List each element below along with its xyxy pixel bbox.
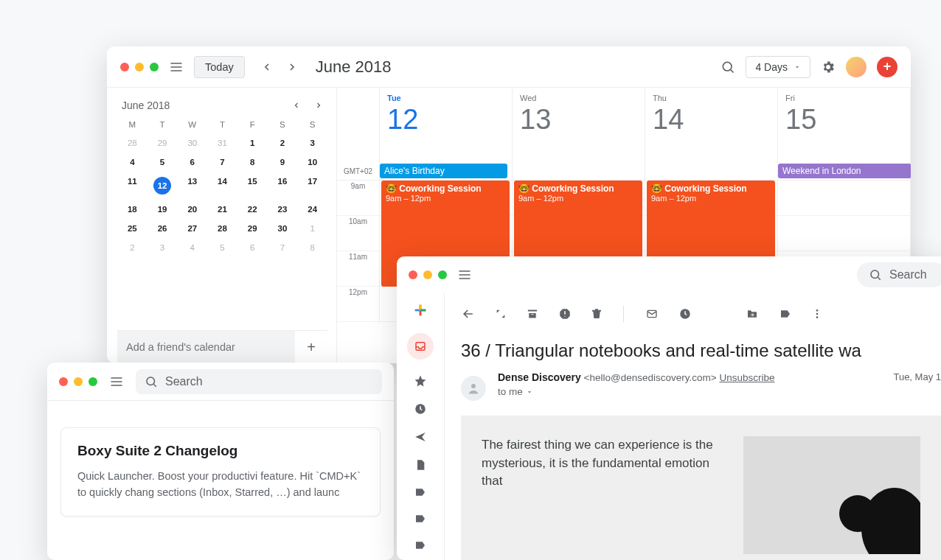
mini-next-icon[interactable]: [314, 101, 323, 110]
mini-day[interactable]: 31: [207, 133, 237, 153]
snooze-icon[interactable]: [678, 307, 692, 321]
more-icon[interactable]: [811, 308, 823, 320]
menu-icon[interactable]: [457, 267, 472, 282]
search-input[interactable]: Search: [136, 369, 382, 394]
chevron-down-icon[interactable]: [526, 388, 533, 396]
mini-day[interactable]: 15: [237, 172, 268, 200]
compose-button[interactable]: [412, 302, 428, 318]
note-card[interactable]: Boxy Suite 2 Changelog Quick Launcher. B…: [60, 427, 381, 517]
back-icon[interactable]: [461, 307, 476, 321]
mini-day[interactable]: 3: [147, 238, 178, 257]
spam-icon[interactable]: [558, 307, 572, 321]
settings-icon[interactable]: [821, 60, 836, 74]
mini-day[interactable]: 10: [297, 153, 327, 172]
mini-day[interactable]: 7: [268, 238, 298, 257]
mini-day[interactable]: 30: [268, 219, 298, 238]
mark-unread-icon[interactable]: [645, 308, 659, 320]
today-button[interactable]: Today: [194, 56, 245, 78]
mini-day[interactable]: 14: [207, 172, 237, 200]
delete-icon[interactable]: [591, 307, 603, 321]
label-icon[interactable]: [414, 513, 427, 525]
mini-day[interactable]: 6: [177, 153, 207, 172]
mini-day[interactable]: 7: [207, 153, 237, 172]
drafts-icon[interactable]: [414, 458, 426, 472]
mini-day[interactable]: 2: [268, 133, 298, 153]
minimize-dot[interactable]: [135, 63, 144, 71]
sender-avatar[interactable]: [461, 376, 486, 401]
labels-icon[interactable]: [779, 308, 792, 320]
day-header[interactable]: Fri15Weekend in London: [778, 88, 911, 180]
profile-avatar[interactable]: [846, 57, 867, 77]
allday-event[interactable]: Weekend in London: [778, 164, 910, 178]
move-to-icon[interactable]: [745, 308, 760, 320]
mini-day[interactable]: 8: [237, 153, 268, 172]
label-icon[interactable]: [414, 486, 427, 498]
mini-day[interactable]: 3: [297, 133, 327, 153]
time-slot[interactable]: [778, 216, 911, 251]
search-icon[interactable]: [720, 60, 735, 74]
minimize-dot[interactable]: [423, 270, 432, 279]
next-icon[interactable]: [286, 61, 298, 73]
mail-search-input[interactable]: Search: [857, 262, 941, 287]
mini-day[interactable]: 13: [177, 172, 207, 200]
inbox-icon[interactable]: [407, 333, 434, 360]
mini-day[interactable]: 8: [297, 238, 327, 257]
mini-day[interactable]: 5: [207, 238, 237, 257]
mini-day[interactable]: 16: [268, 172, 298, 200]
mini-day[interactable]: 20: [177, 200, 207, 219]
mini-day[interactable]: 11: [117, 172, 147, 200]
mini-prev-icon[interactable]: [292, 101, 301, 110]
maximize-dot[interactable]: [150, 63, 159, 71]
close-dot[interactable]: [59, 377, 68, 386]
mini-day[interactable]: 6: [237, 238, 268, 257]
mini-day[interactable]: 4: [117, 153, 147, 172]
mini-day[interactable]: 12: [147, 172, 178, 200]
minimize-dot[interactable]: [74, 377, 83, 386]
mini-day[interactable]: 5: [147, 153, 178, 172]
expand-icon[interactable]: [495, 308, 507, 320]
mini-day[interactable]: 21: [207, 200, 237, 219]
day-header[interactable]: Wed13: [513, 88, 645, 180]
maximize-dot[interactable]: [88, 377, 97, 386]
create-button[interactable]: +: [877, 57, 897, 77]
sent-icon[interactable]: [414, 430, 427, 444]
mini-day[interactable]: 28: [117, 133, 147, 153]
snoozed-icon[interactable]: [414, 402, 427, 416]
close-dot[interactable]: [120, 63, 129, 71]
archive-icon[interactable]: [526, 307, 539, 321]
mini-day[interactable]: 9: [268, 153, 298, 172]
mini-day[interactable]: 18: [117, 200, 147, 219]
menu-icon[interactable]: [169, 60, 184, 74]
mini-day[interactable]: 2: [117, 238, 147, 257]
day-header[interactable]: Thu14: [645, 88, 778, 180]
time-slot[interactable]: [778, 181, 911, 215]
mini-day[interactable]: 17: [297, 172, 327, 200]
menu-icon[interactable]: [109, 374, 124, 389]
mini-day[interactable]: 23: [268, 200, 298, 219]
mini-day[interactable]: 25: [117, 219, 147, 238]
star-icon[interactable]: [414, 374, 427, 388]
allday-event[interactable]: Alice's Birthday: [380, 164, 507, 178]
mini-day[interactable]: 22: [237, 200, 268, 219]
mini-day[interactable]: 27: [177, 219, 207, 238]
mini-day[interactable]: 19: [147, 200, 178, 219]
mini-day[interactable]: 4: [177, 238, 207, 257]
close-dot[interactable]: [409, 270, 417, 279]
day-header[interactable]: Tue12Alice's Birthday: [380, 88, 513, 180]
view-selector[interactable]: 4 Days: [746, 56, 810, 78]
maximize-dot[interactable]: [438, 270, 447, 279]
mini-day[interactable]: 1: [237, 133, 268, 153]
label-icon[interactable]: [414, 539, 427, 551]
mini-day[interactable]: 1: [297, 219, 327, 238]
mini-day[interactable]: 28: [207, 219, 237, 238]
prev-icon[interactable]: [261, 61, 273, 73]
unsubscribe-link[interactable]: Unsubscribe: [719, 372, 774, 383]
add-friend-input[interactable]: [117, 331, 295, 363]
add-friend-plus-icon[interactable]: +: [295, 339, 327, 356]
mini-day[interactable]: 26: [147, 219, 178, 238]
mini-day[interactable]: 29: [147, 133, 178, 153]
mini-day[interactable]: 24: [297, 200, 327, 219]
mini-calendar[interactable]: MTWTFSS282930311234567891011121314151617…: [117, 116, 327, 257]
to-field[interactable]: to me: [498, 386, 523, 397]
mini-day[interactable]: 30: [177, 133, 207, 153]
